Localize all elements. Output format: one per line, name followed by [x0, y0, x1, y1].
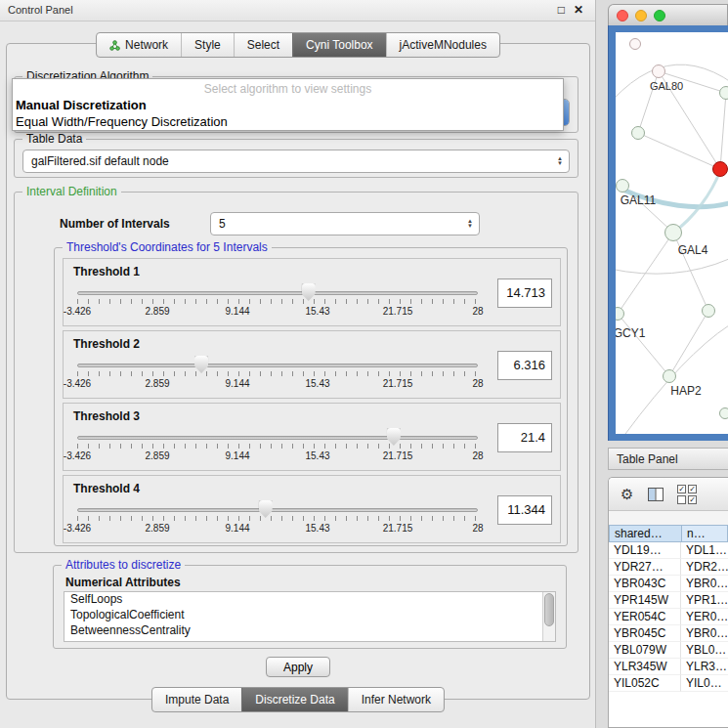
checkbox-icon[interactable] — [677, 495, 686, 504]
tab-style[interactable]: Style — [181, 33, 234, 57]
tab-infer-network[interactable]: Infer Network — [348, 688, 444, 711]
cell-shared-name[interactable]: YBR043C — [609, 576, 681, 592]
cell-name[interactable]: YBR0… — [681, 576, 728, 592]
cell-shared-name[interactable]: YDR27… — [609, 559, 681, 576]
threshold-4-slider[interactable]: -3.426 2.859 9.144 15.43 21.715 28 — [77, 499, 478, 540]
network-node[interactable] — [631, 126, 645, 140]
scale-label: 15.43 — [305, 306, 329, 317]
close-traffic-light-icon[interactable] — [617, 10, 628, 21]
table-row[interactable]: YDR27… YDR2… — [609, 559, 728, 576]
cell-shared-name[interactable]: YLR345W — [609, 659, 681, 675]
cell-shared-name[interactable]: YPR145W — [609, 592, 681, 609]
table-row[interactable]: YPR145W YPR1… — [609, 592, 728, 609]
cell-name[interactable]: YER0… — [681, 609, 728, 625]
list-item-betweennesscentrality[interactable]: BetweennessCentrality — [64, 623, 555, 639]
cell-shared-name[interactable]: YIL052C — [609, 675, 681, 692]
table-row[interactable]: YDL19… YDL1… — [609, 542, 728, 559]
slider-track[interactable] — [77, 291, 478, 295]
checkbox-icon[interactable]: ✓ — [688, 485, 697, 493]
cell-shared-name[interactable]: YBL079W — [609, 642, 681, 659]
table-row[interactable]: YER054C YER0… — [609, 609, 728, 625]
cell-shared-name[interactable]: YBR045C — [609, 625, 681, 642]
cell-shared-name[interactable]: YER054C — [609, 609, 681, 625]
threshold-1-slider[interactable]: -3.426 2.859 9.144 15.43 21.715 28 — [77, 282, 478, 323]
slider-track[interactable] — [77, 364, 478, 367]
checkbox-icon[interactable]: ✓ — [688, 495, 697, 504]
table-row[interactable]: YLR345W YLR3… — [609, 659, 728, 675]
combo-arrows-icon[interactable]: ▲▼ — [553, 156, 569, 166]
table-row[interactable]: YBL079W YBL0… — [609, 642, 728, 659]
node-label-gal80: GAL80 — [650, 80, 683, 92]
threshold-4-value-input[interactable]: 11.344 — [497, 495, 552, 525]
list-item-selfloops[interactable]: SelfLoops — [64, 592, 555, 608]
table-data-group: Table Data galFiltered.sif default node … — [14, 139, 578, 178]
slider-track[interactable] — [77, 436, 478, 440]
column-header-shared-name[interactable]: shared… — [609, 525, 681, 542]
scale-label: 15.43 — [305, 378, 329, 389]
number-of-intervals-select[interactable]: 5 ▲▼ — [210, 212, 480, 236]
table-row[interactable]: YIL052C YIL0… — [609, 675, 728, 692]
combo-arrows-icon[interactable]: ▲▼ — [463, 219, 479, 229]
column-header-name[interactable]: n… — [681, 525, 728, 542]
tab-impute-data-label: Impute Data — [165, 693, 229, 707]
table-data-group-title: Table Data — [22, 132, 86, 146]
cell-name[interactable]: YBL0… — [681, 642, 728, 659]
tab-discretize-data[interactable]: Discretize Data — [241, 688, 347, 711]
checkbox-filter-icons[interactable]: ✓ ✓ ✓ — [677, 485, 697, 504]
close-icon[interactable]: ✕ — [574, 3, 583, 17]
cell-name[interactable]: YLR3… — [681, 659, 728, 675]
threshold-3-value-input[interactable]: 21.4 — [497, 423, 552, 452]
network-selection-frame: GAL80 GAL11 GAL4 GCY1 HAP2 — [608, 25, 728, 441]
cell-name[interactable]: YPR1… — [681, 592, 728, 609]
table-row[interactable]: YBR045C YBR0… — [609, 625, 728, 642]
cell-name[interactable]: YDL1… — [681, 542, 728, 559]
column-selector-icon[interactable] — [648, 488, 664, 501]
gear-icon[interactable]: ⚙ — [621, 486, 633, 503]
cell-shared-name[interactable]: YDL19… — [609, 542, 681, 559]
list-scrollbar[interactable] — [542, 592, 555, 641]
slider-track[interactable] — [77, 508, 478, 512]
network-window-titlebar[interactable] — [608, 4, 728, 25]
popup-option-equal-width-frequency[interactable]: Equal Width/Frequency Discretization — [13, 113, 563, 130]
scale-label: 21.715 — [383, 450, 413, 461]
threshold-1-value-input[interactable]: 14.713 — [497, 278, 552, 308]
network-node-gal80[interactable] — [652, 64, 665, 78]
network-node[interactable] — [719, 407, 728, 419]
threshold-2-value-input[interactable]: 6.316 — [497, 351, 552, 380]
popup-option-manual-discretization[interactable]: Manual Discretization — [13, 97, 563, 113]
scrollbar-thumb[interactable] — [544, 593, 554, 626]
thresholds-group: Threshold's Coordinates for 5 Intervals … — [54, 247, 568, 546]
float-window-icon[interactable]: □ — [558, 3, 565, 17]
tab-network[interactable]: Network — [97, 33, 181, 57]
table-data-select[interactable]: galFiltered.sif default node ▲▼ — [22, 150, 570, 173]
network-node-selected[interactable] — [712, 161, 728, 177]
table-row[interactable]: YBR043C YBR0… — [609, 576, 728, 592]
tab-jactivemnodules[interactable]: jActiveMNodules — [386, 33, 499, 57]
list-item-topologicalcoefficient[interactable]: TopologicalCoefficient — [64, 608, 555, 623]
threshold-2-slider[interactable]: -3.426 2.859 9.144 15.43 21.715 28 — [77, 355, 478, 396]
minimize-traffic-light-icon[interactable] — [635, 10, 647, 21]
network-node[interactable] — [702, 304, 715, 318]
cell-name[interactable]: YDR2… — [681, 559, 728, 576]
tab-impute-data[interactable]: Impute Data — [152, 688, 241, 711]
checkbox-icon[interactable]: ✓ — [677, 485, 686, 493]
table-toolbar: ⚙ ✓ ✓ ✓ — [609, 478, 728, 511]
apply-button[interactable]: Apply — [266, 657, 330, 677]
tab-select[interactable]: Select — [234, 33, 292, 57]
network-node-gal4[interactable] — [664, 224, 682, 241]
tab-cyni-toolbox[interactable]: Cyni Toolbox — [292, 33, 385, 57]
cell-name[interactable]: YBR0… — [681, 625, 728, 642]
threshold-3-label: Threshold 3 — [73, 409, 140, 423]
interval-definition-group-title: Interval Definition — [22, 185, 121, 198]
zoom-traffic-light-icon[interactable] — [654, 10, 665, 21]
scale-label: 9.144 — [225, 523, 249, 534]
network-node[interactable] — [719, 86, 728, 100]
network-canvas[interactable]: GAL80 GAL11 GAL4 GCY1 HAP2 — [616, 32, 728, 434]
attributes-group: Attributes to discretize Numerical Attri… — [53, 565, 567, 649]
cell-name[interactable]: YIL0… — [681, 675, 728, 692]
threshold-3-slider[interactable]: -3.426 2.859 9.144 15.43 21.715 28 — [77, 427, 478, 468]
table-data-select-value: galFiltered.sif default node — [23, 154, 553, 168]
network-node[interactable] — [629, 38, 641, 50]
network-node-hap2[interactable] — [663, 369, 676, 383]
network-node-gal11[interactable] — [616, 179, 629, 193]
